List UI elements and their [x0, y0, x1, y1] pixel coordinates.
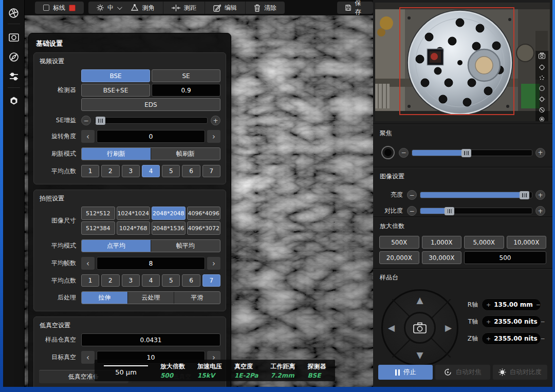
gear-icon[interactable] [8, 96, 20, 107]
avg-frames-value-input[interactable]: 8 [97, 257, 205, 270]
se-gain-slider[interactable] [94, 117, 208, 124]
stage-left-button[interactable]: ◀ [388, 324, 395, 332]
r-axis-minus[interactable]: − [536, 302, 541, 308]
stop-button[interactable]: 停止 [378, 365, 433, 380]
detector-bse-button[interactable]: BSE [81, 69, 150, 82]
measure-angle-button[interactable]: 测角 [122, 2, 163, 14]
brightness-minus-button[interactable]: − [407, 190, 417, 200]
avg-frames-increment-button[interactable]: › [207, 257, 220, 270]
focus-handle[interactable] [461, 149, 471, 157]
mag-preset-button[interactable]: 5,000X [464, 236, 504, 249]
avg-point-option[interactable]: 6 [182, 274, 200, 287]
detector-eds-button[interactable]: EDS [81, 98, 220, 111]
avg-point-option[interactable]: 5 [162, 165, 180, 177]
size-option[interactable]: 2048*1536 [152, 221, 186, 235]
contrast-slider[interactable] [420, 208, 532, 214]
aperture-icon[interactable] [8, 7, 20, 18]
camera-icon[interactable] [8, 32, 20, 43]
avg-point-option[interactable]: 7 [202, 165, 220, 177]
focus-slider[interactable] [412, 150, 532, 156]
refresh-line-option[interactable]: 行刷新 [82, 148, 151, 160]
r-axis-input[interactable]: + 135.00 mm − [482, 298, 541, 311]
size-option[interactable]: 1024*1024 [117, 207, 151, 220]
target-vacuum-decrement-button[interactable]: ‹ [81, 351, 95, 364]
stat-value: 15kV [197, 372, 222, 379]
chamber-camera-preview [375, 3, 550, 121]
t-axis-plus[interactable]: + [486, 319, 491, 325]
t-axis-input[interactable]: + 2355.00 nits − [482, 315, 541, 328]
size-option[interactable]: 2048*2048 [152, 207, 186, 220]
avg-point-option[interactable]: 4 [142, 274, 160, 287]
post-smooth-option[interactable]: 平滑 [174, 292, 220, 304]
mag-preset-button[interactable]: 10,000X [507, 236, 547, 249]
trash-icon [254, 4, 261, 12]
stage-up-button[interactable]: ▲ [416, 296, 423, 305]
z-axis-input[interactable]: + 2355.00 nits − [482, 332, 541, 345]
se-gain-label: SE增益 [39, 116, 81, 125]
mag-custom-input[interactable]: 500 [464, 251, 546, 264]
save-icon [345, 4, 351, 11]
contrast-handle[interactable] [445, 207, 454, 215]
avg-mode-point-option[interactable]: 点平均 [82, 240, 151, 252]
stage-down-button[interactable]: ▼ [416, 351, 423, 360]
avg-point-option[interactable]: 1 [81, 274, 99, 287]
compass-icon[interactable] [8, 51, 20, 63]
measure-distance-button[interactable]: 测距 [163, 2, 205, 14]
marker-color-swatch[interactable] [69, 5, 76, 11]
stage-right-button[interactable]: ▶ [445, 324, 452, 332]
save-button[interactable]: 保存 [337, 2, 373, 14]
se-gain-plus-button[interactable]: + [211, 116, 220, 125]
avg-frames-decrement-button[interactable]: ‹ [81, 257, 95, 270]
stage-snapshot-button[interactable] [404, 312, 436, 344]
size-option[interactable]: 1024*768 [117, 221, 151, 235]
brightness-handle[interactable] [520, 191, 529, 199]
mag-preset-button[interactable]: 1,000X [422, 236, 462, 249]
scale-label: 50 μm [115, 368, 137, 376]
contrast-minus-button[interactable]: − [407, 206, 417, 216]
clear-button[interactable]: 清除 [245, 2, 285, 14]
brightness-slider[interactable] [420, 192, 532, 198]
size-option[interactable]: 512*384 [81, 221, 115, 235]
brightness-plus-button[interactable]: + [535, 190, 545, 200]
marker-toggle[interactable]: 标线 [35, 2, 84, 14]
post-cloud-option[interactable]: 云处理 [127, 292, 174, 304]
edit-button[interactable]: 编辑 [205, 2, 245, 14]
avg-point-option[interactable]: 4 [142, 165, 160, 177]
mag-preset-button[interactable]: 30,000X [422, 251, 462, 264]
avg-point-option[interactable]: 5 [162, 274, 180, 287]
rotation-decrement-button[interactable]: ‹ [81, 130, 95, 143]
se-gain-handle[interactable] [96, 117, 105, 125]
t-axis-minus[interactable]: − [541, 319, 545, 325]
detector-bse-se-button[interactable]: BSE+SE [81, 84, 150, 97]
focus-minus-button[interactable]: − [399, 148, 409, 158]
avg-mode-frame-option[interactable]: 帧平均 [151, 240, 220, 252]
rotation-increment-button[interactable]: › [207, 130, 220, 143]
size-option[interactable]: 4096*4096 [187, 207, 221, 220]
se-gain-minus-button[interactable]: − [81, 116, 91, 125]
size-option[interactable]: 512*512 [81, 207, 115, 220]
focus-plus-button[interactable]: + [535, 148, 545, 158]
toggles-icon[interactable] [8, 71, 20, 82]
z-axis-minus[interactable]: − [541, 335, 545, 342]
rotation-value-input[interactable]: 0 [97, 130, 205, 143]
refresh-frame-option[interactable]: 帧刷新 [151, 148, 220, 160]
mag-preset-button[interactable]: 20,000X [379, 251, 419, 264]
avg-point-option[interactable]: 3 [122, 165, 140, 177]
bse-se-ratio-input[interactable]: 0.9 [152, 84, 220, 97]
contrast-plus-button[interactable]: + [535, 206, 545, 216]
avg-point-option[interactable]: 7 [202, 274, 220, 287]
avg-point-option[interactable]: 2 [101, 274, 119, 287]
detector-se-button[interactable]: SE [152, 69, 220, 82]
size-option[interactable]: 4096*3072 [187, 221, 221, 235]
mag-preset-button[interactable]: 500X [379, 236, 419, 249]
avg-point-option[interactable]: 3 [122, 274, 140, 287]
z-axis-plus[interactable]: + [486, 335, 491, 342]
avg-point-option[interactable]: 1 [81, 165, 99, 177]
avg-point-option[interactable]: 6 [182, 165, 200, 177]
video-settings-section: 视频设置 检测器 BSE SE BSE+SE 0.9 EDS SE增益 − [33, 52, 226, 184]
marker-checkbox[interactable] [43, 5, 49, 11]
post-stretch-option[interactable]: 拉伸 [82, 292, 127, 304]
avg-point-option[interactable]: 2 [101, 165, 119, 177]
marker-group: 标线 [35, 2, 84, 14]
r-axis-plus[interactable]: + [486, 302, 491, 308]
